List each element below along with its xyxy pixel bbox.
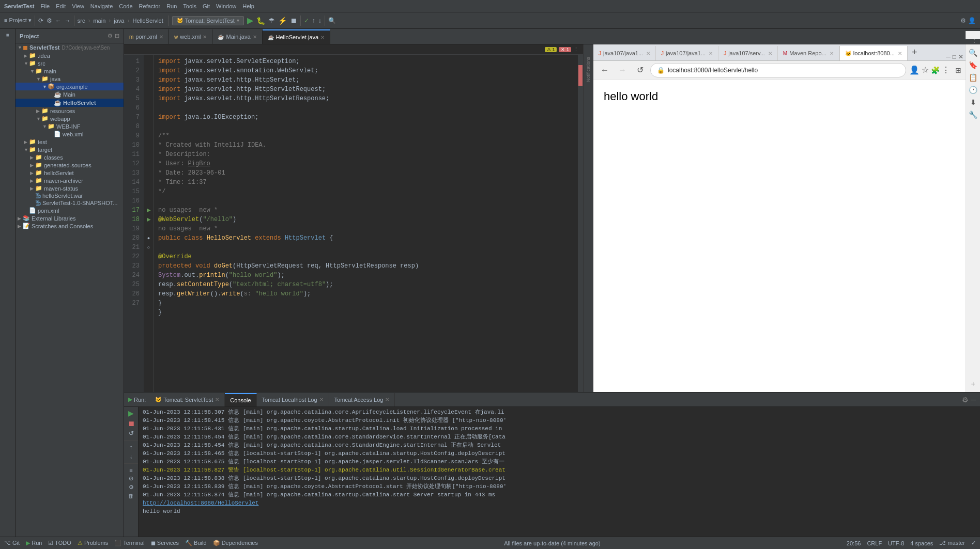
tree-item-org-example[interactable]: ▼ 📦 org.example: [16, 83, 124, 90]
tab-close4[interactable]: ✕: [830, 51, 834, 56]
tab-web-xml[interactable]: w web.xml ✕: [169, 29, 213, 44]
run-button[interactable]: ▶: [247, 15, 253, 25]
sidebar-gear-icon[interactable]: ⚙: [108, 33, 113, 39]
menu-git[interactable]: Git: [203, 3, 210, 9]
run-panel-filter-icon[interactable]: ⊘: [129, 475, 133, 482]
tree-item-webapp[interactable]: ▼ 📁 webapp: [16, 115, 124, 122]
status-problems[interactable]: ⚠ Problems: [78, 540, 109, 546]
run-panel-wrap-icon[interactable]: ≡: [129, 467, 132, 473]
profile-button[interactable]: ⚡: [278, 17, 287, 25]
tree-item-web-xml[interactable]: 📄 web.xml: [16, 130, 124, 138]
tree-item-maven-archiver[interactable]: ▶ 📁 maven-archiver: [16, 177, 124, 184]
run-panel-trash-icon[interactable]: 🗑: [128, 493, 134, 499]
status-dependencies[interactable]: 📦 Dependencies: [213, 540, 258, 546]
tree-item-main-java[interactable]: ☕ Main: [16, 90, 124, 99]
access-log-tab[interactable]: Tomcat Access Log ✕: [329, 393, 395, 406]
tree-item-snapshot[interactable]: 🗜 ServletTest-1.0-SNAPSHOT...: [16, 199, 124, 207]
sidebar-icon-plus[interactable]: +: [971, 380, 975, 388]
browser-accounts-icon[interactable]: 👤: [909, 65, 920, 75]
menu-code[interactable]: Code: [119, 3, 132, 9]
tomcat-tab[interactable]: 🐱 Tomcat: ServletTest ✕: [150, 393, 225, 406]
tree-item-java[interactable]: ▼ 📁 java: [16, 75, 124, 83]
tree-item-helloservlet-war[interactable]: 🗜 helloServlet.war: [16, 192, 124, 199]
browser-tab-localhost-active[interactable]: 🐱 localhost:8080... ✕: [839, 46, 908, 60]
bottom-minimize-icon[interactable]: ─: [971, 396, 976, 404]
browser-tab-java107-1[interactable]: J java107/java1... ✕: [593, 46, 656, 60]
sidebar-icon-2[interactable]: 🔖: [969, 61, 977, 69]
status-branch[interactable]: ⎇ master: [939, 540, 965, 546]
tab-close[interactable]: ✕: [646, 51, 650, 56]
status-run[interactable]: ▶ Run: [26, 540, 42, 546]
console-tab-active[interactable]: Console: [225, 393, 256, 406]
browser-panel-toggle[interactable]: ⊞: [955, 66, 961, 74]
bottom-gear-icon[interactable]: ⚙: [962, 396, 969, 404]
code-text[interactable]: import javax.servlet.ServletException; i…: [154, 55, 578, 392]
menu-window[interactable]: Window: [216, 3, 236, 9]
sync-icon[interactable]: ⟳: [38, 17, 43, 24]
tree-item-test[interactable]: ▶ 📁 test: [16, 138, 124, 146]
tomcat-dropdown[interactable]: 🐱 Tomcat: ServletTest ▾: [172, 16, 244, 25]
tree-item-idea[interactable]: ▶ 📁 .idea: [16, 52, 124, 59]
tab-pom-xml[interactable]: m pom.xml ✕: [124, 29, 169, 44]
tree-item-main[interactable]: ▼ 📁 main: [16, 67, 124, 75]
localhost-log-close[interactable]: ✕: [319, 397, 324, 402]
browser-tab-java107-2[interactable]: J java107/java1... ✕: [656, 46, 718, 60]
run-panel-up-icon[interactable]: ↑: [130, 444, 133, 451]
tree-item-generated-sources[interactable]: ▶ 📁 generated-sources: [16, 161, 124, 169]
tree-item-external-libs[interactable]: ▶ 📚 External Libraries: [16, 214, 124, 222]
gutter-run-icon[interactable]: ▶: [144, 206, 154, 215]
avatar-icon[interactable]: 👤: [968, 17, 976, 24]
tree-item-scratches[interactable]: ▶ 📝 Scratches and Consoles: [16, 222, 124, 230]
menu-tools[interactable]: Tools: [183, 3, 196, 9]
browser-extension-icon[interactable]: 🧩: [931, 66, 940, 74]
tab-close-icon2[interactable]: ✕: [203, 34, 207, 40]
status-todo[interactable]: ☑ TODO: [48, 540, 71, 546]
menu-edit[interactable]: Edit: [56, 3, 66, 9]
status-commit-icon[interactable]: ✓: [971, 540, 976, 546]
tab-main-java[interactable]: ☕ Main.java ✕: [212, 29, 262, 44]
run-panel-down-icon[interactable]: ↓: [130, 453, 133, 460]
browser-tab-java107-3[interactable]: J java107/serv... ✕: [718, 46, 778, 60]
tree-item-pom-xml[interactable]: 📄 pom.xml: [16, 207, 124, 214]
settings-icon[interactable]: ⚙: [47, 17, 52, 24]
log-link[interactable]: http://localhost:8080/HelloServlet: [143, 499, 976, 507]
run-panel-play-icon[interactable]: ▶: [128, 409, 134, 417]
git-check-icon[interactable]: ✓: [304, 17, 309, 24]
run-panel-stop-icon[interactable]: ⏹: [128, 419, 135, 428]
tab-close-icon4[interactable]: ✕: [320, 35, 325, 40]
sidebar-icon-4[interactable]: 🕐: [969, 86, 977, 94]
url-bar[interactable]: 🔒 localhost:8080/HelloServlet/hello: [650, 63, 906, 77]
status-indent[interactable]: 4 spaces: [910, 540, 933, 546]
minimize-icon[interactable]: ─: [946, 53, 951, 60]
status-encoding[interactable]: UTF-8: [888, 540, 904, 546]
browser-back-button[interactable]: ←: [598, 63, 612, 77]
status-terminal[interactable]: ⬛ Terminal: [114, 540, 144, 546]
tree-item-maven-status[interactable]: ▶ 📁 maven-status: [16, 184, 124, 192]
nav-back-icon[interactable]: ←: [55, 17, 62, 24]
tree-item-webinf[interactable]: ▼ 📁 WEB-INF: [16, 122, 124, 130]
tree-item-helloservlet[interactable]: ☕ HelloServlet: [16, 99, 124, 107]
notifications-strip[interactable]: Notifications: [583, 44, 593, 392]
tab-close2[interactable]: ✕: [709, 51, 713, 56]
tree-item-target[interactable]: ▼ 📁 target: [16, 146, 124, 153]
debug-button[interactable]: 🐛: [256, 17, 265, 25]
sidebar-icon-3[interactable]: 📋: [969, 73, 977, 82]
menu-help[interactable]: Help: [242, 3, 254, 9]
menu-navigate[interactable]: Navigate: [90, 3, 113, 9]
close-icon[interactable]: ✕: [958, 53, 963, 60]
settings-icon2[interactable]: ⚙: [960, 17, 966, 24]
menu-run[interactable]: Run: [166, 3, 177, 9]
tree-item-classes[interactable]: ▶ 📁 classes: [16, 153, 124, 161]
coverage-button[interactable]: ☂: [268, 17, 275, 25]
search-icon[interactable]: 🔍: [328, 17, 336, 24]
access-log-close[interactable]: ✕: [385, 397, 389, 402]
status-git[interactable]: ⌥ Git: [4, 540, 20, 546]
localhost-log-tab[interactable]: Tomcat Localhost Log ✕: [257, 393, 329, 406]
sidebar-collapse-icon[interactable]: ⊟: [115, 33, 119, 39]
menu-refactor[interactable]: Refactor: [139, 3, 161, 9]
tomcat-tab-close[interactable]: ✕: [215, 397, 219, 402]
browser-forward-button[interactable]: →: [615, 63, 630, 77]
run-panel-rerun-icon[interactable]: ↺: [129, 430, 134, 437]
status-position[interactable]: 20:56: [847, 540, 861, 546]
tree-item-servlettest[interactable]: ▼ ◼ ServletTest D:\Code\java-ee\Sen: [16, 43, 124, 52]
